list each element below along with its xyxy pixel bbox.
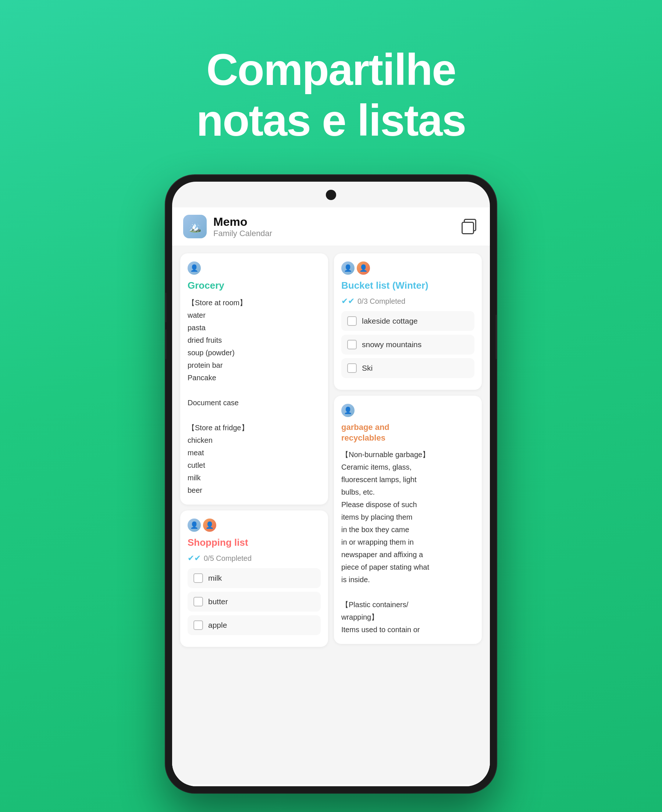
avatar-2: 👤 xyxy=(203,518,216,532)
avatar-2: 👤 xyxy=(357,262,370,275)
headline-line2: notas e listas xyxy=(196,96,466,145)
bucket-avatars: 👤 👤 xyxy=(341,262,474,275)
item-label-ski: Ski xyxy=(362,364,373,372)
headline-line1: Compartilhe xyxy=(206,45,456,94)
grocery-note[interactable]: 👤 Grocery 【Store at room】 water pasta dr… xyxy=(180,254,328,505)
item-label-milk: milk xyxy=(208,574,222,583)
bucket-note[interactable]: 👤 👤 Bucket list (Winter) ✔✔ 0/3 Complete… xyxy=(334,254,482,390)
item-label-butter: butter xyxy=(208,597,228,606)
header-icon-button[interactable] xyxy=(460,217,479,236)
checkbox-ski[interactable] xyxy=(347,363,357,373)
camera-cutout xyxy=(326,190,336,200)
checkbox-apple[interactable] xyxy=(193,620,203,630)
headline: Compartilhe notas e listas xyxy=(196,44,466,146)
avatar-1: 👤 xyxy=(188,518,201,532)
notes-grid: 👤 Grocery 【Store at room】 water pasta dr… xyxy=(172,246,490,785)
right-column: 👤 👤 Bucket list (Winter) ✔✔ 0/3 Complete… xyxy=(334,254,482,777)
left-column: 👤 Grocery 【Store at room】 water pasta dr… xyxy=(180,254,328,777)
item-label-cottage: lakeside cottage xyxy=(362,317,418,326)
app-content: 🏔️ Memo Family Calendar xyxy=(172,207,490,786)
shopping-completed-text: 0/5 Completed xyxy=(204,554,252,563)
avatar-1: 👤 xyxy=(188,262,201,275)
shopping-item-apple[interactable]: apple xyxy=(188,615,321,635)
bucket-item-cottage[interactable]: lakeside cottage xyxy=(341,311,474,331)
avatar-image: 🏔️ xyxy=(183,215,207,238)
item-label-mountains: snowy mountains xyxy=(362,340,421,349)
garbage-title: garbage andrecyclables xyxy=(341,422,474,443)
avatar-1: 👤 xyxy=(341,262,355,275)
grocery-title: Grocery xyxy=(188,280,321,291)
checkbox-cottage[interactable] xyxy=(347,316,357,326)
shopping-item-milk[interactable]: milk xyxy=(188,568,321,588)
item-label-apple: apple xyxy=(208,621,227,630)
shopping-item-butter[interactable]: butter xyxy=(188,592,321,611)
grocery-content: 【Store at room】 water pasta dried fruits… xyxy=(188,297,321,496)
app-header: 🏔️ Memo Family Calendar xyxy=(172,207,490,246)
garbage-note[interactable]: 👤 garbage andrecyclables 【Non-burnable g… xyxy=(334,396,482,644)
phone-outer: 🏔️ Memo Family Calendar xyxy=(166,175,496,793)
check-icon: ✔✔ xyxy=(188,554,201,563)
phone-screen: 🏔️ Memo Family Calendar xyxy=(172,182,490,786)
checkbox-butter[interactable] xyxy=(193,597,203,607)
shopping-title: Shopping list xyxy=(188,537,321,548)
header-avatar: 🏔️ xyxy=(183,215,207,238)
avatar-1: 👤 xyxy=(341,404,355,417)
garbage-avatars: 👤 xyxy=(341,404,474,417)
power-button xyxy=(496,315,496,359)
shopping-avatars: 👤 👤 xyxy=(188,518,321,532)
vol-down-button xyxy=(166,329,166,359)
checkbox-mountains[interactable] xyxy=(347,340,357,349)
copy-icon xyxy=(461,219,477,234)
bucket-item-mountains[interactable]: snowy mountains xyxy=(341,335,474,355)
grocery-avatars: 👤 xyxy=(188,262,321,275)
bucket-item-ski[interactable]: Ski xyxy=(341,358,474,378)
app-subtitle: Family Calendar xyxy=(213,229,460,238)
phone-mockup: 🏔️ Memo Family Calendar xyxy=(166,175,496,793)
check-icon: ✔✔ xyxy=(341,297,355,306)
bucket-completed: ✔✔ 0/3 Completed xyxy=(341,297,474,306)
shopping-note[interactable]: 👤 👤 Shopping list ✔✔ 0/5 Completed milk xyxy=(180,510,328,647)
bucket-title: Bucket list (Winter) xyxy=(341,280,474,291)
header-title-group: Memo Family Calendar xyxy=(213,215,460,238)
checkbox-milk[interactable] xyxy=(193,573,203,583)
bucket-completed-text: 0/3 Completed xyxy=(357,297,405,306)
shopping-completed: ✔✔ 0/5 Completed xyxy=(188,554,321,563)
vol-up-button xyxy=(166,293,166,322)
garbage-content: 【Non-burnable garbage】 Ceramic items, gl… xyxy=(341,448,474,636)
app-title: Memo xyxy=(213,215,460,229)
